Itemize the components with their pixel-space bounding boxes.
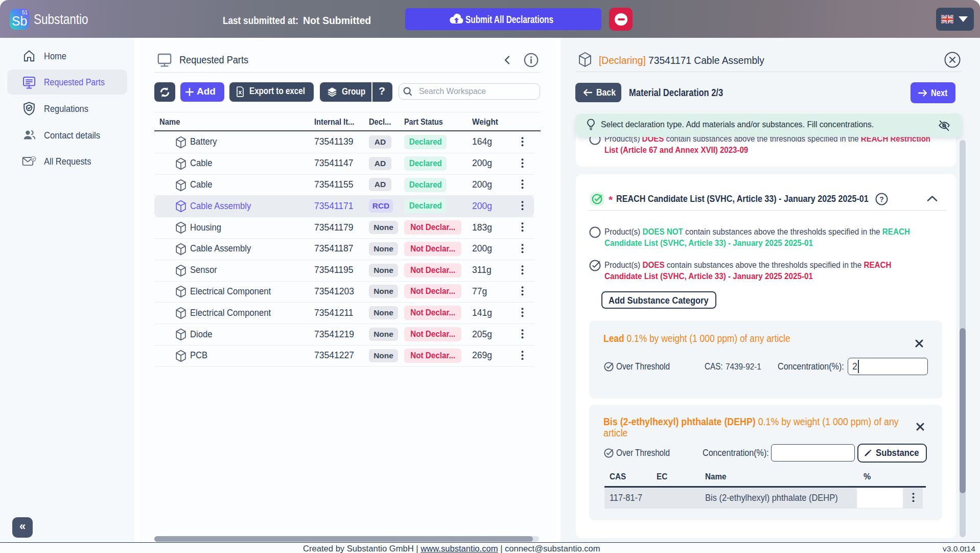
svg-text:?: ? xyxy=(879,195,884,203)
